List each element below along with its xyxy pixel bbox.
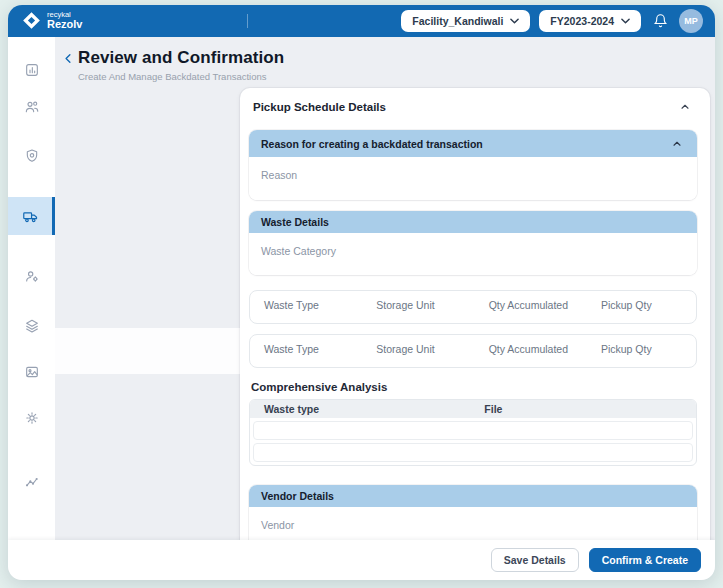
reason-section: Reason for creating a backdated transact… (249, 130, 697, 200)
vendor-label: Vendor (261, 519, 294, 531)
chevron-up-icon[interactable] (669, 136, 685, 152)
layers-icon (24, 318, 40, 334)
comprehensive-analysis-title: Comprehensive Analysis (249, 381, 697, 393)
avatar[interactable]: MP (679, 9, 703, 33)
reason-section-bar[interactable]: Reason for creating a backdated transact… (249, 130, 697, 157)
brand-logo: recykal Rezolv (22, 11, 82, 30)
column-header: File (484, 403, 696, 415)
shield-icon (24, 148, 40, 164)
back-icon[interactable] (61, 50, 75, 66)
diamond-logo-icon (22, 11, 41, 30)
chevron-down-icon (510, 18, 519, 24)
column-header: Qty Accumulated (489, 343, 601, 355)
column-header: Pickup Qty (601, 299, 696, 311)
sidebar-item-shield[interactable] (8, 137, 55, 175)
sidebar-item-settings[interactable] (8, 399, 55, 437)
sidebar-item-analytics[interactable] (8, 463, 55, 501)
topbar-divider (247, 14, 248, 28)
chevron-down-icon (621, 18, 630, 24)
waste-row-headers: Waste Type Storage Unit Qty Accumulated … (249, 334, 697, 368)
pickup-schedule-details-header: Pickup Schedule Details (249, 88, 697, 126)
table-row (253, 443, 693, 462)
sidebar-item-media[interactable] (8, 353, 55, 391)
content-area: Review and Confirmation Create And Manag… (55, 37, 715, 540)
vendor-details-section: Vendor Details Vendor (249, 485, 697, 540)
sidebar-item-layers[interactable] (8, 307, 55, 345)
users-icon (24, 99, 40, 115)
waste-details-section: Waste Details Waste Category (249, 211, 697, 275)
reason-section-body: Reason (249, 157, 697, 200)
save-details-button[interactable]: Save Details (491, 548, 579, 572)
reason-label: Reason (261, 169, 297, 181)
column-header: Waste Type (264, 343, 376, 355)
table-row (253, 421, 693, 440)
facility-selector[interactable]: Facility_Kandiwali (401, 10, 530, 32)
section-title: Pickup Schedule Details (253, 101, 386, 113)
waste-row-headers: Waste Type Storage Unit Qty Accumulated … (249, 290, 697, 324)
avatar-initials: MP (684, 16, 698, 26)
fiscal-year-selector-label: FY2023-2024 (550, 15, 614, 27)
user-gear-icon (24, 268, 40, 284)
gear-icon (24, 410, 40, 426)
section-title: Vendor Details (261, 490, 334, 502)
sidebar-item-pickups[interactable] (8, 197, 55, 235)
column-header: Storage Unit (376, 343, 488, 355)
vendor-details-section-body: Vendor (249, 507, 697, 540)
comprehensive-analysis-table: Waste type File (249, 399, 697, 466)
facility-selector-label: Facility_Kandiwali (412, 15, 503, 27)
confirm-create-button[interactable]: Confirm & Create (589, 548, 701, 572)
image-icon (24, 364, 40, 380)
column-header: Waste Type (264, 299, 376, 311)
section-title: Waste Details (261, 216, 329, 228)
column-header: Pickup Qty (601, 343, 696, 355)
top-bar: recykal Rezolv Facility_Kandiwali FY2023… (8, 5, 715, 37)
column-header: Storage Unit (376, 299, 488, 311)
dashboard-icon (24, 62, 40, 78)
vendor-details-section-bar: Vendor Details (249, 485, 697, 507)
sidebar-item-dashboard[interactable] (8, 51, 55, 89)
analytics-icon (24, 474, 40, 490)
truck-icon (22, 208, 39, 225)
sidebar-item-user-settings[interactable] (8, 257, 55, 295)
page-title: Review and Confirmation (78, 48, 284, 68)
brand-name-bottom: Rezolv (47, 19, 82, 31)
waste-category-label: Waste Category (261, 245, 336, 257)
chevron-up-icon[interactable] (677, 99, 693, 115)
table-header-row: Waste type File (250, 400, 696, 418)
section-title: Reason for creating a backdated transact… (261, 138, 483, 150)
bell-icon[interactable] (650, 11, 670, 31)
column-header: Qty Accumulated (489, 299, 601, 311)
page-subtitle: Create And Manage Backdated Transactions (78, 71, 284, 82)
sidebar (8, 37, 55, 540)
background-panel (55, 328, 251, 374)
column-header: Waste type (264, 403, 484, 415)
footer-bar: Save Details Confirm & Create (8, 540, 715, 580)
sidebar-item-users[interactable] (8, 88, 55, 126)
waste-details-section-bar: Waste Details (249, 211, 697, 233)
waste-details-section-body: Waste Category (249, 233, 697, 275)
app-window: recykal Rezolv Facility_Kandiwali FY2023… (8, 5, 715, 580)
fiscal-year-selector[interactable]: FY2023-2024 (539, 10, 641, 32)
review-panel: Pickup Schedule Details Reason for creat… (240, 88, 710, 540)
